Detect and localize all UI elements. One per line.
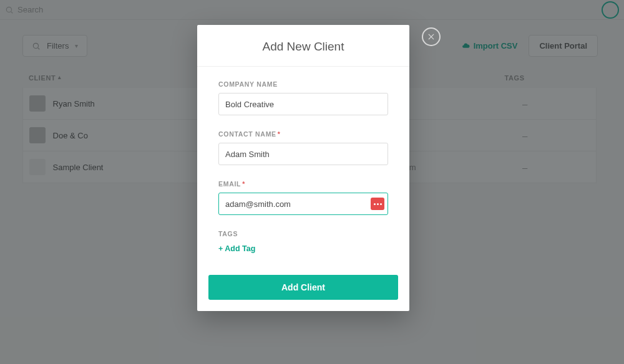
modal-footer: Add Client (197, 257, 409, 300)
required-asterisk: * (242, 180, 245, 188)
password-manager-icon[interactable] (371, 198, 384, 210)
email-label: EMAIL* (218, 180, 388, 188)
tags-label: TAGS (218, 230, 388, 237)
add-client-button[interactable]: Add Client (208, 275, 398, 300)
close-icon (427, 32, 436, 41)
modal-title: Add New Client (197, 25, 409, 67)
close-modal-button[interactable] (422, 27, 441, 46)
company-name-field: COMPANY NAME (218, 80, 388, 115)
modal-body: COMPANY NAME CONTACT NAME* EMAIL* TAGS +… (197, 67, 409, 257)
email-field: EMAIL* (218, 180, 388, 215)
tags-field: TAGS + Add Tag (218, 230, 388, 254)
contact-name-input[interactable] (218, 143, 388, 165)
contact-name-label: CONTACT NAME* (218, 130, 388, 138)
add-tag-link[interactable]: + Add Tag (218, 244, 255, 253)
company-name-input[interactable] (218, 93, 388, 115)
required-asterisk: * (278, 130, 281, 138)
contact-name-field: CONTACT NAME* (218, 130, 388, 165)
email-input[interactable] (218, 193, 388, 215)
company-name-label: COMPANY NAME (218, 80, 388, 88)
add-client-modal: Add New Client COMPANY NAME CONTACT NAME… (197, 25, 409, 311)
